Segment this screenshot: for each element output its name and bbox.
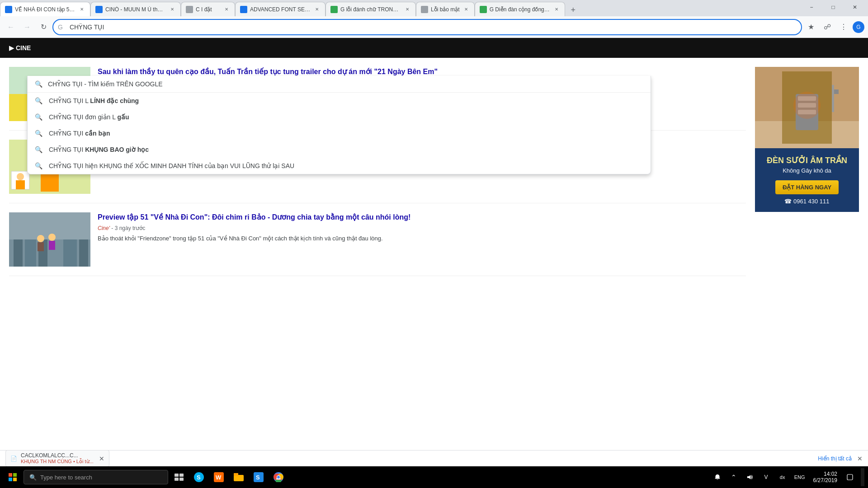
task-view-button[interactable] bbox=[170, 468, 188, 486]
tab-7-title: G Diễn đàn cộng đồng - GMAIL Trợ C... bbox=[490, 6, 550, 13]
suggestion-icon-1: 🔍 bbox=[35, 97, 42, 104]
expand-tray-icon[interactable]: ⌃ bbox=[726, 470, 741, 484]
tab-1-favicon bbox=[5, 6, 12, 13]
taskbar-search[interactable]: 🔍 Type here to search bbox=[24, 470, 168, 484]
taskbar-date: 6/27/2019 bbox=[813, 477, 837, 483]
download-filename: CACLKOMLALCC...C... bbox=[21, 452, 94, 459]
ad-phone: ☎ 0961 430 111 bbox=[762, 198, 852, 205]
tab-7[interactable]: G Diễn đàn cộng đồng - GMAIL Trợ C... ✕ bbox=[475, 2, 565, 16]
tab-6-favicon bbox=[421, 6, 428, 13]
suggestion-5[interactable]: 🔍 CHỸNG TỤI hiện KHỤNG thế XỐC MINH DANH… bbox=[28, 158, 651, 174]
tab-5-close[interactable]: ✕ bbox=[404, 6, 411, 13]
tab-5-favicon bbox=[330, 6, 338, 13]
taskbar-icon-extra[interactable]: W bbox=[210, 468, 228, 486]
svg-rect-37 bbox=[13, 473, 17, 477]
suggestion-1[interactable]: 🔍 CHỸNG TỤI L LÍNH đặc chùng bbox=[28, 93, 651, 109]
notification-icon[interactable] bbox=[710, 470, 725, 484]
v-status-icon[interactable]: V bbox=[759, 470, 774, 484]
tab-6[interactable]: Lỗi bảo mật ✕ bbox=[416, 2, 475, 16]
volume-icon[interactable] bbox=[743, 470, 757, 484]
tab-1[interactable]: VỀ NHÀ ĐI CON tập 52: Tiểu TAM... ✕ bbox=[0, 2, 90, 16]
svg-point-33 bbox=[793, 92, 821, 119]
svg-point-22 bbox=[37, 235, 44, 242]
svg-point-24 bbox=[48, 234, 56, 241]
suggestion-text-1: CHỸNG TỤI L LÍNH đặc chùng bbox=[49, 97, 139, 104]
suggestion-icon-5: 🔍 bbox=[35, 162, 42, 169]
ad-title: ĐÈN SƯỞI ÂM TRẦN bbox=[762, 155, 852, 165]
tab-5[interactable]: G lỗi đánh chữ TRONG TÔM kiế... ✕ bbox=[326, 2, 416, 16]
main-content: ▶ CINE bbox=[0, 38, 868, 488]
suggestion-3[interactable]: 🔍 CHỸNG TỤI cần bạn bbox=[28, 125, 651, 141]
dx-icon[interactable]: dx bbox=[775, 470, 790, 484]
reload-button[interactable]: ↻ bbox=[36, 20, 51, 34]
svg-point-56 bbox=[277, 476, 280, 479]
tab-2[interactable]: CINÓ - MUUN M Ù thế giới PHI... ✕ bbox=[90, 2, 181, 16]
svg-rect-41 bbox=[179, 474, 184, 477]
search-dropdown-header[interactable]: 🔍 CHỸNG TỤI - TÌM kiếm TRÊN GOOGLE bbox=[28, 76, 651, 93]
search-header-text: CHỸNG TỤI - TÌM kiếm TRÊN GOOGLE bbox=[48, 80, 163, 88]
close-window-button[interactable]: ✕ bbox=[844, 0, 865, 14]
taskbar-right-area: ⌃ V dx ENG 14:02 6/27/2019 bbox=[710, 468, 864, 486]
suggestion-text-5: CHỸNG TỤI hiện KHỤNG thế XỐC MINH DANH T… bbox=[49, 162, 294, 169]
svg-rect-23 bbox=[38, 242, 44, 251]
maximize-button[interactable]: □ bbox=[823, 0, 844, 14]
action-center-button[interactable] bbox=[843, 470, 857, 484]
tab-6-title: Lỗi bảo mật bbox=[431, 6, 460, 13]
skype-taskbar-icon[interactable]: S bbox=[190, 468, 208, 486]
tab-6-close[interactable]: ✕ bbox=[462, 6, 470, 13]
tab-7-close[interactable]: ✕ bbox=[553, 6, 560, 13]
article-title-3[interactable]: Preview tập 51 "Về Nhà Đi Con": Đôi chim… bbox=[98, 212, 746, 222]
tab-4[interactable]: ADVANCED FONT SETTINGS - C... ✕ bbox=[235, 2, 326, 16]
ad-content: ĐÈN SƯỞI ÂM TRẦN Không Gây khô da ĐẶT HÀ… bbox=[755, 148, 859, 212]
suggestion-icon-2: 🔍 bbox=[35, 113, 42, 121]
nav-right-icons: ★ ☍ ⋮ G bbox=[804, 20, 864, 34]
suggestion-4[interactable]: 🔍 CHỸNG TỤI KHỤNG BAO giờ học bbox=[28, 141, 651, 158]
taskbar: 🔍 Type here to search S W bbox=[0, 466, 868, 488]
show-desktop-button[interactable] bbox=[861, 468, 864, 486]
back-button[interactable]: ← bbox=[4, 20, 18, 34]
website-header: ▶ CINE bbox=[0, 38, 868, 58]
chrome-taskbar-icon[interactable] bbox=[269, 468, 288, 486]
nav-bar: ← → ↻ G ★ ☍ ⋮ G bbox=[0, 16, 868, 38]
article-content-3: Preview tập 51 "Về Nhà Đi Con": Đôi chim… bbox=[98, 212, 746, 267]
show-all-downloads-button[interactable]: Hiển thị tất cả bbox=[818, 455, 852, 462]
svg-rect-36 bbox=[9, 473, 12, 477]
address-bar-input[interactable] bbox=[52, 19, 802, 35]
bookmark-button[interactable]: ★ bbox=[804, 20, 818, 34]
svg-rect-40 bbox=[175, 474, 179, 477]
suggestion-text-3: CHỸNG TỤI cần bạn bbox=[49, 130, 110, 137]
tab-4-close[interactable]: ✕ bbox=[313, 6, 321, 13]
tab-7-favicon bbox=[480, 6, 487, 13]
search-icon: 🔍 bbox=[35, 80, 42, 88]
translate-icon[interactable]: ☍ bbox=[820, 20, 835, 34]
tab-1-close[interactable]: ✕ bbox=[78, 6, 85, 13]
ad-order-button[interactable]: ĐẶT HÀNG NGAY bbox=[775, 180, 839, 194]
forward-button[interactable]: → bbox=[20, 20, 34, 34]
address-bar-google-icon: G bbox=[58, 23, 63, 31]
svg-marker-57 bbox=[747, 475, 750, 479]
language-indicator[interactable]: ENG bbox=[792, 470, 808, 484]
tab-2-close[interactable]: ✕ bbox=[169, 6, 176, 13]
chrome-menu-button[interactable]: ⋮ bbox=[836, 20, 851, 34]
sidebar-ad: ĐÈN SƯỞI ÂM TRẦN Không Gây khô da ĐẶT HÀ… bbox=[755, 67, 859, 479]
svg-point-12 bbox=[17, 173, 24, 180]
start-button[interactable] bbox=[4, 468, 22, 486]
download-close-button[interactable]: ✕ bbox=[99, 455, 104, 462]
suggestion-2[interactable]: 🔍 CHỸNG TỤI đơn giản L gấu bbox=[28, 109, 651, 125]
close-download-bar-button[interactable]: ✕ bbox=[857, 455, 863, 462]
store-taskbar-icon[interactable]: S bbox=[250, 468, 268, 486]
minimize-button[interactable]: − bbox=[801, 0, 822, 14]
tab-3[interactable]: C I đặt ✕ bbox=[181, 2, 235, 16]
tab-3-close[interactable]: ✕ bbox=[223, 6, 230, 13]
suggestion-icon-3: 🔍 bbox=[35, 130, 42, 137]
svg-rect-25 bbox=[49, 241, 55, 250]
profile-avatar[interactable]: G bbox=[853, 21, 864, 33]
svg-rect-49 bbox=[234, 473, 238, 476]
tab-3-favicon bbox=[186, 6, 193, 13]
ad-subtitle: Không Gây khô da bbox=[762, 167, 852, 174]
file-explorer-button[interactable] bbox=[230, 468, 248, 486]
svg-text:W: W bbox=[216, 474, 222, 481]
file-icon: 📄 bbox=[10, 455, 17, 462]
new-tab-button[interactable]: + bbox=[567, 4, 580, 16]
taskbar-clock[interactable]: 14:02 6/27/2019 bbox=[810, 471, 841, 483]
